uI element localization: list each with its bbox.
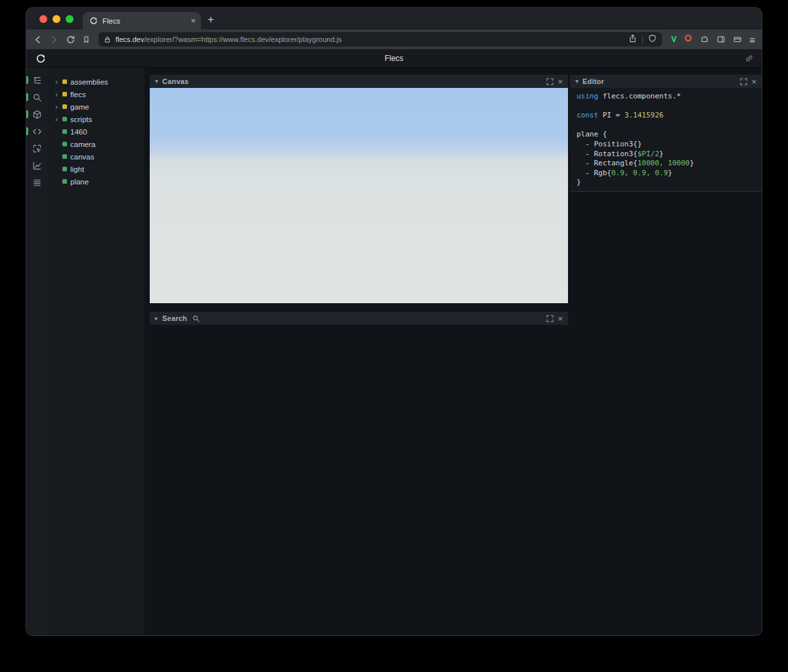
forward-button[interactable]	[49, 35, 59, 45]
close-panel-icon[interactable]: ×	[751, 77, 756, 86]
entity-badge-icon	[62, 154, 67, 159]
menu-icon[interactable]: ≡	[749, 34, 755, 45]
code-line: using flecs.components.*	[577, 92, 755, 102]
divider	[642, 35, 643, 44]
cube-icon	[32, 110, 42, 119]
url-bar[interactable]: flecs.dev/explorer/?wasm=https://www.fle…	[98, 32, 662, 47]
code-line: plane {	[577, 130, 755, 140]
traffic-lights	[26, 8, 83, 30]
editor-code[interactable]: using flecs.components.* const PI = 3.14…	[570, 88, 762, 192]
tree-item-label: canvas	[70, 153, 94, 161]
tree-item-game[interactable]: ›game	[47, 100, 144, 113]
rail-item-inspect[interactable]	[26, 140, 47, 157]
search-icon	[192, 315, 200, 322]
active-indicator	[26, 127, 28, 135]
url-host: flecs.dev	[116, 35, 144, 43]
entity-tree: ›assemblies›flecs›game›scripts1460camera…	[47, 68, 144, 635]
rail-item-stats[interactable]	[26, 157, 47, 174]
tab-title: Flecs	[102, 17, 186, 25]
extension-v-icon[interactable]: V	[671, 35, 676, 44]
expand-panel-icon[interactable]	[546, 78, 554, 85]
rail-item-queries[interactable]	[26, 174, 47, 191]
icon-rail	[26, 68, 47, 635]
minimize-window-button[interactable]	[53, 15, 60, 23]
sidebar-toggle-icon[interactable]	[716, 35, 726, 44]
tree-item-scripts[interactable]: ›scripts	[47, 113, 144, 125]
close-panel-icon[interactable]: ×	[558, 314, 563, 323]
extension-red-icon[interactable]	[684, 33, 693, 45]
active-indicator	[26, 93, 28, 101]
rail-item-scene[interactable]	[26, 106, 47, 123]
back-button[interactable]	[33, 35, 43, 45]
browser-tab[interactable]: Flecs ×	[83, 12, 201, 30]
close-panel-icon[interactable]: ×	[558, 77, 563, 86]
flecs-logo-icon[interactable]	[35, 53, 46, 64]
tree-expand-icon[interactable]: ›	[54, 78, 59, 86]
entity-badge-icon	[62, 179, 67, 184]
tree-expand-icon[interactable]: ›	[54, 103, 59, 111]
editor-panel-title: Editor	[582, 77, 604, 85]
browser-toolbar: flecs.dev/explorer/?wasm=https://www.fle…	[26, 30, 762, 49]
tree-expand-icon[interactable]: ›	[54, 91, 59, 98]
entity-badge-icon	[62, 167, 67, 171]
zoom-window-button[interactable]	[66, 15, 74, 23]
nav-buttons	[33, 35, 95, 45]
chevron-right-icon[interactable]: ▸	[155, 315, 158, 322]
code-line: - Rectangle{10000, 10000}	[577, 159, 755, 169]
link-icon[interactable]	[745, 54, 754, 66]
search-panel-title: Search	[162, 314, 187, 322]
app-title: Flecs	[385, 54, 404, 63]
canvas-panel-title: Canvas	[162, 77, 188, 85]
3d-viewport[interactable]	[150, 88, 568, 303]
canvas-panel-header: ▾ Canvas ×	[150, 75, 568, 88]
tree-item-label: game	[70, 103, 89, 111]
tree-item-plane[interactable]: plane	[47, 175, 144, 188]
editor-panel-header: ▾ Editor ×	[570, 75, 762, 88]
wallet-icon[interactable]	[733, 35, 742, 44]
tree-item-label: flecs	[70, 91, 86, 98]
tree-item-1460[interactable]: 1460	[47, 125, 144, 138]
inspect-icon	[32, 144, 42, 154]
rail-item-entities[interactable]	[26, 72, 47, 89]
code-line: - Rgb{0.9, 0.9, 0.9}	[577, 169, 755, 178]
rail-item-editor[interactable]	[26, 123, 47, 140]
canvas-panel: ▾ Canvas ×	[150, 75, 568, 303]
lock-icon	[104, 36, 111, 43]
center-column: ▾ Canvas × ▸ Search	[144, 68, 568, 635]
chevron-down-icon[interactable]: ▾	[155, 78, 158, 85]
editor-panel: ▾ Editor × using flecs.components.* cons…	[570, 68, 762, 635]
tree-expand-icon[interactable]: ›	[54, 116, 59, 123]
search-panel-header: ▸ Search ×	[150, 312, 568, 325]
entity-badge-icon	[62, 117, 67, 121]
search-icon	[32, 93, 42, 102]
entity-badge-icon	[62, 129, 67, 134]
expand-panel-icon[interactable]	[546, 315, 554, 322]
tree-item-flecs[interactable]: ›flecs	[47, 88, 144, 100]
tree-item-camera[interactable]: camera	[47, 138, 144, 150]
bookmark-icon[interactable]	[82, 35, 91, 44]
tree-item-canvas[interactable]: canvas	[47, 150, 144, 163]
entity-badge-icon	[62, 142, 67, 146]
code-line: - Rotation3{$PI/2}	[577, 150, 755, 159]
close-window-button[interactable]	[39, 15, 47, 23]
browser-window: Flecs × +	[26, 8, 762, 635]
app-header: Flecs	[26, 49, 762, 68]
chart-icon	[32, 161, 42, 171]
tab-close-icon[interactable]: ×	[190, 16, 196, 25]
new-tab-button[interactable]: +	[201, 13, 222, 30]
code-line	[577, 121, 755, 131]
tree-item-light[interactable]: light	[47, 163, 144, 175]
shield-icon[interactable]	[648, 33, 657, 45]
rail-item-search[interactable]	[26, 89, 47, 106]
tab-strip: Flecs × +	[26, 8, 762, 30]
tree-item-label: 1460	[70, 128, 87, 136]
expand-panel-icon[interactable]	[740, 78, 747, 85]
reload-button[interactable]	[66, 35, 76, 45]
extensions-puzzle-icon[interactable]	[700, 35, 709, 44]
tree-item-label: scripts	[70, 116, 92, 123]
tree-item-assemblies[interactable]: ›assemblies	[47, 75, 144, 88]
desktop-background: Flecs × +	[0, 0, 788, 672]
share-icon[interactable]	[628, 33, 637, 45]
chevron-down-icon[interactable]: ▾	[575, 78, 579, 85]
tree-item-label: plane	[70, 178, 89, 186]
